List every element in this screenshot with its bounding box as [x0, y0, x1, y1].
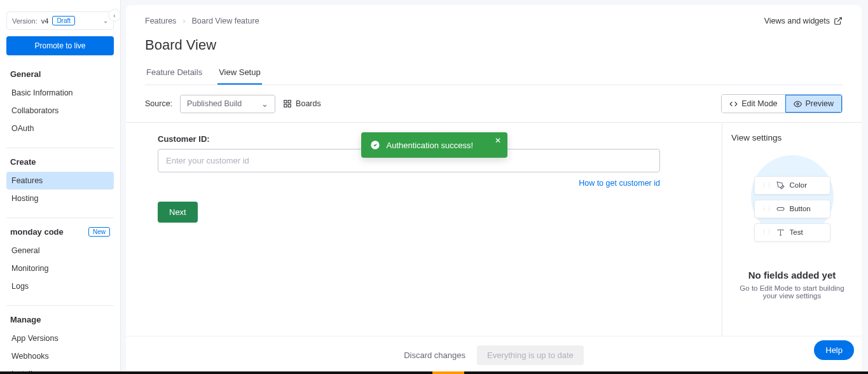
draft-badge: Draft	[52, 16, 75, 25]
version-value: v4	[41, 17, 49, 25]
page-title: Board View	[145, 37, 843, 53]
boards-icon	[283, 99, 292, 108]
field-card-color-label: Color	[790, 181, 807, 189]
field-card-color: ⋮⋮ Color	[754, 176, 830, 195]
settings-illustration: ⋮⋮ Color ⋮⋮ Button ⋮⋮ Test	[731, 151, 853, 266]
new-badge: New	[88, 227, 110, 237]
preview-button[interactable]: Preview	[785, 95, 842, 113]
how-to-get-customer-id-link[interactable]: How to get customer id	[158, 179, 660, 188]
svg-line-0	[837, 18, 841, 22]
sidebar-item-collaborators[interactable]: Collaborators	[6, 102, 114, 120]
sidebar-item-basic-information[interactable]: Basic Information	[6, 84, 114, 102]
source-label: Source:	[145, 99, 172, 108]
boards-label: Boards	[296, 99, 321, 108]
chevron-right-icon: ›	[183, 17, 185, 25]
promote-button[interactable]: Promote to live	[6, 36, 114, 55]
mode-toggle: Edit Mode Preview	[721, 94, 843, 113]
success-toast: Authentication success! ✕	[361, 132, 507, 158]
sidebar-section-manage: Manage	[6, 312, 114, 327]
views-widgets-link[interactable]: Views and widgets	[764, 17, 843, 25]
sidebar-item-logs[interactable]: Logs	[6, 277, 114, 295]
eye-icon	[794, 100, 802, 108]
sidebar-item-general[interactable]: General	[6, 242, 114, 260]
chevron-down-icon: ⌄	[261, 99, 268, 109]
button-icon	[776, 205, 785, 213]
save-status-button: Everything is up to date	[477, 345, 584, 365]
views-widgets-label: Views and widgets	[764, 17, 830, 25]
toast-message: Authentication success!	[387, 141, 474, 150]
svg-rect-4	[288, 104, 291, 107]
grip-icon: ⋮⋮	[761, 229, 771, 235]
sidebar-item-webhooks[interactable]: Webhooks	[6, 347, 114, 365]
svg-rect-3	[284, 104, 287, 107]
edit-mode-label: Edit Mode	[741, 99, 777, 108]
sidebar-section-monday-code-label: monday code	[10, 227, 64, 237]
boards-selector[interactable]: Boards	[283, 99, 321, 108]
toast-close-button[interactable]: ✕	[495, 136, 501, 145]
chevron-down-icon: ⌄	[103, 17, 108, 24]
check-circle-icon	[370, 140, 380, 150]
sidebar-item-features[interactable]: Features	[6, 172, 114, 190]
tabs: Feature Details View Setup	[145, 64, 843, 85]
sidebar-item-monitoring[interactable]: Monitoring	[6, 260, 114, 277]
source-select-value: Published Build	[187, 99, 242, 108]
sidebar-item-hosting[interactable]: Hosting	[6, 190, 114, 207]
sidebar-item-app-versions[interactable]: App Versions	[6, 329, 114, 347]
tab-feature-details[interactable]: Feature Details	[145, 64, 203, 85]
sidebar-section-monday-code: monday code New	[6, 225, 114, 239]
svg-rect-1	[284, 100, 287, 103]
toolbar: Source: Published Build ⌄ Boards Edit Mo…	[126, 85, 862, 123]
breadcrumb: Features › Board View feature	[145, 17, 843, 25]
tab-view-setup[interactable]: View Setup	[217, 64, 262, 85]
view-settings-title: View settings	[731, 133, 853, 142]
version-label: Version:	[12, 17, 38, 25]
edit-mode-button[interactable]: Edit Mode	[722, 95, 785, 113]
svg-rect-6	[777, 207, 784, 210]
grip-icon: ⋮⋮	[761, 182, 771, 188]
discard-changes-button[interactable]: Discard changes	[404, 345, 465, 365]
bottom-strip	[0, 371, 868, 374]
sidebar-section-create: Create	[6, 155, 114, 169]
brush-icon	[776, 181, 785, 190]
code-icon	[729, 100, 738, 108]
sidebar-collapse-button[interactable]: ‹	[108, 9, 121, 22]
preview-label: Preview	[806, 99, 834, 108]
field-card-button-label: Button	[790, 205, 811, 212]
version-selector[interactable]: Version: v4 Draft ⌄	[6, 11, 114, 30]
svg-point-5	[796, 102, 798, 104]
main-panel: Features › Board View feature Views and …	[126, 5, 862, 374]
field-card-test: ⋮⋮ Test	[754, 223, 830, 242]
field-card-test-label: Test	[790, 228, 803, 236]
external-link-icon	[834, 17, 843, 25]
breadcrumb-board-view-feature[interactable]: Board View feature	[192, 17, 259, 25]
empty-state-heading: No fields added yet	[731, 270, 853, 280]
grip-icon: ⋮⋮	[761, 205, 771, 212]
svg-rect-2	[288, 100, 291, 103]
source-select[interactable]: Published Build ⌄	[180, 95, 275, 113]
breadcrumb-features[interactable]: Features	[145, 17, 176, 25]
text-icon	[776, 228, 785, 237]
sidebar: ‹ Version: v4 Draft ⌄ Promote to live Ge…	[0, 0, 121, 374]
help-fab[interactable]: Help	[814, 340, 854, 360]
footer: Discard changes Everything is up to date	[126, 336, 862, 374]
sidebar-item-oauth[interactable]: OAuth	[6, 120, 114, 137]
next-button[interactable]: Next	[158, 202, 198, 223]
empty-state-subtext: Go to Edit Mode to start building your v…	[731, 284, 853, 300]
field-card-button: ⋮⋮ Button	[754, 200, 830, 218]
sidebar-section-general: General	[6, 67, 114, 81]
